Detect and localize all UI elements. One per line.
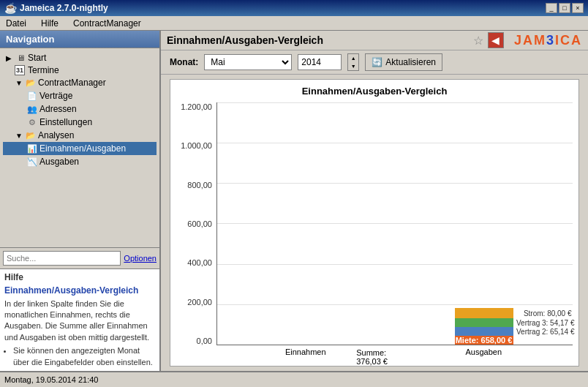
help-paragraph: In der linken Spalte finden Sie die mona… xyxy=(4,298,155,344)
y-label-6: 1.200,00 xyxy=(181,102,212,111)
tree-item-analysen[interactable]: ▼ 📂 Analysen xyxy=(3,129,157,142)
summe-label: Summe: 376,03 € xyxy=(356,348,388,366)
tree-label-adressen: Adressen xyxy=(39,104,77,114)
tree-label-contractmanager: ContractManager xyxy=(38,78,106,88)
tree-label-termine: Termine xyxy=(28,65,59,75)
aktualisieren-label: Aktualisieren xyxy=(385,57,436,67)
tree-item-termine[interactable]: 31 Termine xyxy=(3,64,157,76)
folder-analysen-icon: 📂 xyxy=(25,129,37,141)
help-panel: Hilfe Einnahmen/Ausgaben-Vergleich In de… xyxy=(0,268,159,371)
chart-icon: 📊 xyxy=(26,143,38,154)
vertrag3-label: Vertrag 3: 54,17 € xyxy=(516,319,575,327)
tree-area: ▶ 🖥 Start 31 Termine ▼ 📂 ContractManager… xyxy=(0,48,159,247)
y-label-5: 1.000,00 xyxy=(181,141,212,150)
app-title: Jameica 2.7.0-nightly xyxy=(20,3,108,13)
window-controls[interactable]: _ □ × xyxy=(546,3,584,13)
monat-select[interactable]: Mai Januar Februar März April Juni Juli … xyxy=(204,54,292,70)
options-link[interactable]: Optionen xyxy=(124,254,157,263)
tree-label-einnahmen-ausgaben: Einnahmen/Ausgaben xyxy=(39,143,126,154)
left-panel: Navigation ▶ 🖥 Start 31 Termine ▼ 📂 Cont… xyxy=(0,31,161,371)
y-label-1: 200,00 xyxy=(187,298,212,307)
chart-title: Einnahmen/Ausgaben-Vergleich xyxy=(176,86,573,97)
strom-segment: Strom: 80,00 € xyxy=(455,308,513,318)
tree-item-einstellungen[interactable]: ⚙ Einstellungen xyxy=(3,116,157,129)
chart-bars-row: Summe: 376,03 € Arbeitsvertrag: 1.233,33… xyxy=(216,102,573,345)
close-button[interactable]: × xyxy=(572,3,584,13)
navigation-header: Navigation xyxy=(0,31,159,48)
calendar-icon: 31 xyxy=(15,65,25,75)
menu-hilfe[interactable]: Hilfe xyxy=(38,18,61,29)
title-bar-left: ☕ Jameica 2.7.0-nightly xyxy=(4,2,108,14)
menu-contractmanager[interactable]: ContractManager xyxy=(70,18,144,29)
bookmark-icon[interactable]: ☆ xyxy=(473,34,483,48)
help-header: Hilfe xyxy=(4,272,155,282)
gear-icon: ⚙ xyxy=(26,116,38,128)
tree-item-ausgaben[interactable]: 📉 Ausgaben xyxy=(3,155,157,168)
help-list-item: Sie können den angezeigten Monat über di… xyxy=(13,345,155,368)
help-text: In der linken Spalte finden Sie die mona… xyxy=(4,298,155,368)
tree-label-ausgaben: Ausgaben xyxy=(39,157,79,167)
search-row: Optionen xyxy=(3,251,157,266)
help-title: Einnahmen/Ausgaben-Vergleich xyxy=(4,285,155,296)
refresh-icon: 🔄 xyxy=(372,57,382,67)
tree-label-start: Start xyxy=(28,53,46,63)
aktualisieren-button[interactable]: 🔄 Aktualisieren xyxy=(365,53,442,71)
tree-item-einnahmen-ausgaben[interactable]: 📊 Einnahmen/Ausgaben xyxy=(3,142,157,155)
einnahmen-bar-label: Arbeitsvertrag: 1.233,33 € xyxy=(277,320,336,337)
toggle-icon-analysen: ▼ xyxy=(15,131,23,140)
app-icon: ☕ xyxy=(4,2,17,14)
miete-label: Miete: 658,00 € xyxy=(456,336,513,345)
tree-item-vertraege[interactable]: 📄 Verträge xyxy=(3,89,157,102)
ausgaben-bar-group: Strom: 80,00 € Vertrag 3: 54,17 € Vertra… xyxy=(395,308,573,345)
logo: JAM3ICA xyxy=(514,33,582,48)
search-input[interactable] xyxy=(3,251,121,266)
x-chart-icon: 📉 xyxy=(26,156,38,168)
year-spinner[interactable]: ▲ ▼ xyxy=(347,53,359,71)
y-label-0: 0,00 xyxy=(197,337,212,345)
tree-item-contractmanager[interactable]: ▼ 📂 ContractManager xyxy=(3,76,157,89)
menu-bar: Datei Hilfe ContractManager xyxy=(0,16,588,31)
status-text: Montag, 19.05.2014 21:40 xyxy=(4,375,98,384)
tree-item-adressen[interactable]: 👥 Adressen xyxy=(3,102,157,116)
search-area: Optionen xyxy=(0,247,159,268)
people-icon: 👥 xyxy=(26,103,38,115)
tree-label-vertraege: Verträge xyxy=(39,91,72,101)
x-label-ausgaben: Ausgaben xyxy=(395,347,573,356)
vertrag2-label: Vertrag 2: 65,14 € xyxy=(516,328,575,336)
monat-label: Monat: xyxy=(170,57,198,67)
toggle-icon: ▶ xyxy=(4,53,13,62)
year-down-button[interactable]: ▼ xyxy=(348,62,358,70)
year-input[interactable] xyxy=(298,54,342,70)
vertrag3-segment: Vertrag 3: 54,17 € xyxy=(455,318,513,327)
main-layout: Navigation ▶ 🖥 Start 31 Termine ▼ 📂 Cont… xyxy=(0,31,588,371)
y-label-2: 400,00 xyxy=(187,258,212,267)
folder-open-icon: 📂 xyxy=(25,77,37,89)
strom-label: Strom: 80,00 € xyxy=(524,309,572,318)
maximize-button[interactable]: □ xyxy=(559,3,570,13)
page-title: Einnahmen/Ausgaben-Vergleich xyxy=(167,34,323,46)
y-label-3: 600,00 xyxy=(187,219,212,228)
doc-icon: 📄 xyxy=(26,90,38,102)
menu-datei[interactable]: Datei xyxy=(3,18,29,29)
tree-label-analysen: Analysen xyxy=(38,130,74,140)
vertrag2-segment: Vertrag 2: 65,14 € xyxy=(455,327,513,336)
right-panel: Einnahmen/Ausgaben-Vergleich ☆ ◀ JAM3ICA… xyxy=(161,31,588,371)
minimize-button[interactable]: _ xyxy=(546,3,557,13)
toggle-icon-cm: ▼ xyxy=(15,78,23,87)
status-bar: Montag, 19.05.2014 21:40 xyxy=(0,371,588,387)
back-button[interactable]: ◀ xyxy=(488,32,504,48)
year-up-button[interactable]: ▲ xyxy=(348,54,358,62)
y-label-4: 800,00 xyxy=(187,181,212,189)
tree-label-einstellungen: Einstellungen xyxy=(39,117,92,127)
tree-item-start[interactable]: ▶ 🖥 Start xyxy=(3,51,157,64)
help-list: Sie können den angezeigten Monat über di… xyxy=(13,345,155,368)
ausgaben-bar: Strom: 80,00 € Vertrag 3: 54,17 € Vertra… xyxy=(455,308,513,345)
title-bar: ☕ Jameica 2.7.0-nightly _ □ × xyxy=(0,0,588,16)
chart-y-axis: 1.200,00 1.000,00 800,00 600,00 400,00 2… xyxy=(176,102,216,345)
chart-container: Einnahmen/Ausgaben-Vergleich 1.200,00 1.… xyxy=(170,79,579,367)
computer-icon: 🖥 xyxy=(15,52,26,64)
filter-bar: Monat: Mai Januar Februar März April Jun… xyxy=(161,50,588,75)
miete-segment: Miete: 658,00 € xyxy=(455,336,513,345)
